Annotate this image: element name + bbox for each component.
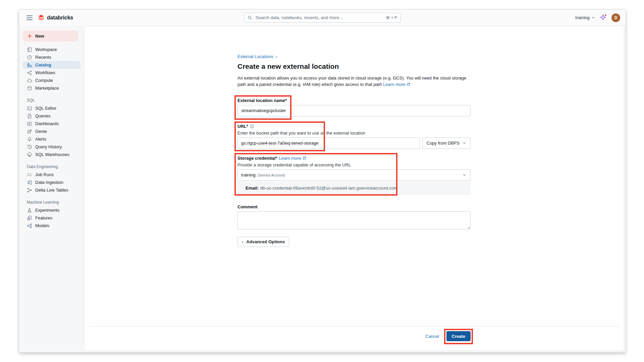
- external-link-icon: [303, 156, 306, 160]
- chevron-right-icon: ›: [242, 239, 243, 244]
- sidebar-item-label: Recents: [35, 55, 51, 60]
- compute-icon: [27, 78, 32, 83]
- chevron-down-icon: [463, 141, 466, 145]
- sidebar-item-label: SQL Warehouses: [35, 152, 69, 157]
- external-location-name-input[interactable]: [237, 105, 471, 116]
- search-input[interactable]: [255, 15, 383, 20]
- plus-icon: [27, 34, 32, 39]
- sidebar-item-features[interactable]: Features: [22, 214, 80, 222]
- workspace-selector[interactable]: training: [575, 15, 595, 20]
- new-button[interactable]: New: [23, 31, 78, 42]
- sidebar-section-data-engineering: Data Engineering: [27, 164, 84, 169]
- credential-email-row: Email: db-uc-credential-06averdrd0-52@uc…: [237, 182, 471, 195]
- sidebar-item-label: Delta Live Tables: [35, 188, 68, 193]
- storage-credential-label: Storage credential* Learn more: [237, 156, 471, 161]
- sidebar-item-job-runs[interactable]: Job Runs: [22, 171, 80, 178]
- sidebar-item-label: Features: [35, 215, 52, 220]
- sidebar-item-workflows[interactable]: Workflows: [22, 69, 80, 76]
- body-row: New Workspace Recents Catalog Workflows: [19, 25, 626, 352]
- url-helper-text: Enter the bucket path that you want to u…: [237, 131, 471, 136]
- global-search[interactable]: ⌘ + P: [244, 13, 401, 22]
- sidebar-item-label: Queries: [35, 113, 51, 118]
- search-icon: [248, 15, 252, 20]
- breadcrumb-chevron-icon: ›: [276, 54, 277, 59]
- recents-icon: [27, 55, 32, 60]
- sidebar-item-sql-editor[interactable]: SQL Editor: [22, 104, 80, 112]
- selected-credential-type: (Service Account): [258, 173, 285, 177]
- chevron-down-icon: [591, 16, 595, 19]
- sidebar-item-label: Query History: [35, 144, 62, 149]
- new-button-label: New: [35, 34, 44, 39]
- sidebar-item-compute[interactable]: Compute: [22, 76, 80, 84]
- sidebar: New Workspace Recents Catalog Workflows: [19, 25, 84, 352]
- data-ingestion-icon: [27, 180, 32, 185]
- sidebar-item-label: Workflows: [35, 70, 55, 75]
- brand-wordmark: databricks: [47, 15, 73, 21]
- url-label: URL*: [237, 124, 471, 129]
- sidebar-item-alerts[interactable]: Alerts: [22, 135, 80, 143]
- sidebar-section-machine-learning: Machine Learning: [27, 200, 84, 205]
- credential-learn-more-label: Learn more: [279, 156, 301, 161]
- create-button[interactable]: Create: [446, 331, 471, 341]
- sidebar-item-models[interactable]: Models: [22, 222, 80, 229]
- email-value: db-uc-credential-06averdrd0-52@uc-useast…: [260, 186, 397, 191]
- storage-credential-label-text: Storage credential*: [237, 156, 277, 161]
- field-comment: Comment: [237, 204, 471, 231]
- sidebar-item-sql-warehouses[interactable]: SQL Warehouses: [22, 151, 80, 158]
- sidebar-item-label: Compute: [35, 78, 53, 83]
- job-runs-icon: [27, 172, 32, 177]
- sidebar-section-sql: SQL: [27, 98, 84, 103]
- advanced-options-label: Advanced Options: [246, 239, 285, 244]
- learn-more-label: Learn more: [383, 82, 405, 87]
- sidebar-item-dashboards[interactable]: Dashboards: [22, 120, 80, 127]
- alerts-icon: [27, 137, 32, 142]
- learn-more-link[interactable]: Learn more: [383, 82, 410, 87]
- info-icon[interactable]: [250, 124, 254, 128]
- sidebar-item-queries[interactable]: Queries: [22, 112, 80, 120]
- sidebar-item-label: Genie: [35, 129, 47, 134]
- hamburger-menu-icon[interactable]: [26, 15, 33, 20]
- sidebar-item-data-ingestion[interactable]: Data Ingestion: [22, 178, 80, 186]
- comment-textarea[interactable]: [237, 211, 471, 229]
- marketplace-icon: [27, 86, 32, 91]
- sidebar-item-workspace[interactable]: Workspace: [22, 46, 80, 53]
- experiments-icon: [27, 208, 32, 213]
- screenshot-page: databricks ⌘ + P training: [0, 0, 644, 362]
- query-history-icon: [27, 144, 32, 150]
- sql-warehouses-icon: [27, 152, 32, 157]
- storage-credential-helper-text: Provide a storage credential capable of …: [237, 162, 471, 167]
- catalog-icon: [27, 62, 32, 68]
- sidebar-item-query-history[interactable]: Query History: [22, 143, 80, 151]
- storage-credential-select[interactable]: training (Service Account): [237, 169, 471, 181]
- sidebar-item-catalog[interactable]: Catalog: [22, 61, 80, 69]
- sidebar-item-delta-live-tables[interactable]: Delta Live Tables: [22, 186, 80, 194]
- sidebar-item-label: Data Ingestion: [35, 180, 63, 185]
- user-avatar[interactable]: D: [611, 13, 620, 22]
- assistant-sparkle-icon[interactable]: [600, 14, 607, 21]
- page-description-text: An external location allows you to acces…: [237, 75, 466, 87]
- search-shortcut: ⌘ + P: [386, 15, 397, 20]
- advanced-options-button[interactable]: › Advanced Options: [237, 237, 289, 247]
- chevron-down-icon: [463, 173, 466, 177]
- comment-label: Comment: [237, 204, 471, 209]
- sidebar-item-label: Models: [35, 223, 49, 228]
- top-bar: databricks ⌘ + P training: [19, 10, 626, 25]
- sidebar-item-genie[interactable]: Genie: [22, 127, 80, 135]
- databricks-logo[interactable]: databricks: [38, 14, 73, 21]
- credential-learn-more-link[interactable]: Learn more: [279, 156, 306, 161]
- copy-from-dbfs-button[interactable]: Copy from DBFS: [422, 138, 471, 149]
- url-input[interactable]: [237, 138, 420, 149]
- sidebar-item-label: Dashboards: [35, 121, 59, 126]
- cancel-button[interactable]: Cancel: [425, 334, 439, 339]
- queries-icon: [27, 113, 32, 119]
- databricks-window: databricks ⌘ + P training: [19, 9, 626, 353]
- sidebar-item-marketplace[interactable]: Marketplace: [22, 84, 80, 92]
- copy-from-dbfs-label: Copy from DBFS: [427, 141, 460, 146]
- sidebar-item-recents[interactable]: Recents: [22, 53, 80, 61]
- sidebar-item-experiments[interactable]: Experiments: [22, 206, 80, 214]
- url-label-text: URL*: [237, 124, 248, 129]
- models-icon: [27, 223, 32, 228]
- breadcrumb: External Locations ›: [237, 54, 471, 59]
- breadcrumb-external-locations[interactable]: External Locations: [237, 54, 273, 59]
- sidebar-item-label: SQL Editor: [35, 106, 56, 111]
